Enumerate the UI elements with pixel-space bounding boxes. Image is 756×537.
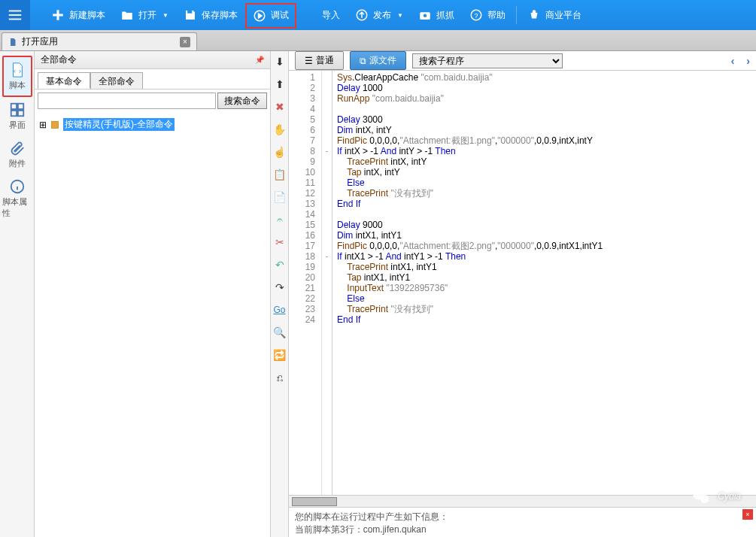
sidebar-ui-label: 界面	[9, 120, 26, 131]
expand-icon[interactable]: ⊞	[39, 120, 47, 130]
line-gutter: 123456789101112131415161718192021222324	[289, 71, 322, 495]
tree-root-label: 按键精灵(手机版)-全部命令	[63, 118, 175, 131]
chevron-down-icon: ▼	[397, 12, 403, 19]
sidebar-script[interactable]: 脚本	[2, 56, 32, 97]
close-console-button[interactable]: ×	[742, 509, 753, 520]
horizontal-scrollbar[interactable]	[289, 495, 756, 507]
tab-all-cmd[interactable]: 全部命令	[90, 72, 143, 89]
attach-icon	[9, 140, 26, 156]
svg-point-8	[424, 14, 427, 18]
tab-normal-label: 普通	[316, 54, 334, 67]
help-button[interactable]: ? 帮助	[462, 0, 513, 30]
save-button[interactable]: 保存脚本	[176, 0, 245, 30]
tab-basic-cmd[interactable]: 基本命令	[38, 72, 90, 89]
output-console: 您的脚本在运行过程中产生如下信息： 当前脚本第3行：com.jifen.quka…	[289, 507, 756, 537]
open-button[interactable]: 打开 ▼	[113, 0, 176, 30]
command-panel-title: 全部命令	[41, 53, 77, 66]
svg-rect-12	[17, 104, 23, 109]
script-icon	[9, 62, 26, 78]
tree-root-item[interactable]: ⊞ 按键精灵(手机版)-全部命令	[39, 117, 266, 132]
ui-icon	[9, 102, 26, 118]
svg-rect-16	[51, 121, 58, 128]
publish-button[interactable]: 发布 ▼	[348, 0, 411, 30]
format-icon[interactable]: ⎌	[274, 372, 286, 384]
document-tab[interactable]: 打开应用 ×	[2, 32, 197, 50]
capture-button[interactable]: 抓抓	[411, 0, 462, 30]
package-icon	[50, 120, 60, 130]
replace-icon[interactable]: 🔁	[274, 349, 286, 361]
sidebar-props[interactable]: 脚本属性	[2, 174, 32, 223]
delete-icon[interactable]: ✖	[274, 101, 286, 113]
save-label: 保存脚本	[202, 9, 238, 22]
goto-icon[interactable]: Go	[274, 304, 286, 316]
publish-label: 发布	[373, 9, 391, 22]
file-icon	[8, 38, 17, 47]
redo-icon[interactable]: ↷	[274, 281, 286, 293]
close-tab-button[interactable]: ×	[180, 37, 190, 47]
chevron-down-icon: ▼	[162, 12, 169, 19]
nav-next-button[interactable]: ›	[746, 55, 750, 67]
svg-rect-13	[11, 111, 16, 116]
list-icon: ☰	[305, 56, 313, 66]
debug-label: 调试	[271, 9, 289, 22]
svg-rect-11	[11, 104, 16, 109]
command-search: 搜索命令	[35, 89, 270, 112]
fold-gutter[interactable]: --	[322, 71, 332, 495]
search-subroutine-select[interactable]: 搜索子程序	[412, 53, 563, 68]
command-tabs: 基本命令 全部命令	[35, 69, 270, 89]
paste-icon[interactable]: 📄	[274, 191, 286, 203]
import-button[interactable]: 导入	[296, 0, 348, 30]
svg-text:?: ?	[474, 12, 478, 20]
sidebar-attach-label: 附件	[9, 158, 26, 169]
document-tabbar: 打开应用 ×	[0, 30, 756, 51]
nav-prev-button[interactable]: ‹	[731, 55, 735, 67]
console-line-2: 当前脚本第3行：com.jifen.qukan	[295, 523, 750, 536]
undo-icon[interactable]: ↶	[274, 259, 286, 271]
command-tree[interactable]: ⊞ 按键精灵(手机版)-全部命令	[35, 112, 270, 537]
editor-area: ⬇ ⬆ ✖ ✋ ☝ 📋 📄 𝄐 ✂ ↶ ↷ Go 🔍 🔁 ⎌ ☰ 普通 ⧉	[271, 51, 756, 537]
command-panel-header: 全部命令 📌	[35, 51, 270, 69]
svg-rect-14	[17, 111, 23, 116]
svg-rect-4	[53, 14, 63, 17]
debug-button[interactable]: 调试	[245, 3, 296, 29]
arrow-up-icon[interactable]: ⬆	[274, 78, 286, 90]
editor-nav: ‹ ›	[731, 55, 750, 67]
find-icon[interactable]: 🔍	[274, 326, 286, 338]
left-sidebar: 脚本 界面 附件 脚本属性	[0, 51, 35, 537]
menu-button[interactable]	[0, 0, 30, 30]
command-search-input[interactable]	[38, 93, 216, 109]
new-script-label: 新建脚本	[69, 9, 105, 22]
import-label: 导入	[322, 9, 340, 22]
svg-rect-2	[9, 19, 22, 20]
sidebar-ui[interactable]: 界面	[2, 97, 32, 135]
new-script-button[interactable]: 新建脚本	[44, 0, 113, 30]
link-icon[interactable]: 𝄐	[274, 214, 286, 226]
tab-normal-view[interactable]: ☰ 普通	[295, 51, 344, 70]
arrow-down-icon[interactable]: ⬇	[274, 56, 286, 68]
capture-label: 抓抓	[436, 9, 454, 22]
biz-button[interactable]: 商业平台	[520, 0, 589, 30]
console-line-1: 您的脚本在运行过程中产生如下信息：	[295, 511, 750, 523]
cut-icon[interactable]: ✂	[274, 236, 286, 248]
editor-vertical-toolbar: ⬇ ⬆ ✖ ✋ ☝ 📋 📄 𝄐 ✂ ↶ ↷ Go 🔍 🔁 ⎌	[271, 51, 289, 537]
code-editor[interactable]: 123456789101112131415161718192021222324 …	[289, 71, 756, 495]
hand-icon[interactable]: ✋	[274, 123, 286, 135]
main-toolbar: 新建脚本 打开 ▼ 保存脚本 调试 导入 发布 ▼ 抓抓 ? 帮助 商业平台	[0, 0, 756, 30]
open-label: 打开	[138, 9, 156, 22]
command-panel: 全部命令 📌 基本命令 全部命令 搜索命令 ⊞ 按键精灵(手机版)-全部命令	[35, 51, 271, 537]
pin-icon[interactable]: 📌	[255, 56, 264, 64]
code-text[interactable]: Sys.ClearAppCache "com.baidu.baijia"Dela…	[332, 71, 756, 495]
editor-topbar: ☰ 普通 ⧉ 源文件 搜索子程序 ‹ ›	[289, 51, 756, 71]
sidebar-script-label: 脚本	[9, 80, 26, 91]
scroll-thumb[interactable]	[292, 497, 337, 506]
tab-source-view[interactable]: ⧉ 源文件	[350, 51, 406, 70]
copy-icon[interactable]: 📋	[274, 168, 286, 181]
command-search-button[interactable]: 搜索命令	[217, 93, 267, 109]
sidebar-attach[interactable]: 附件	[2, 135, 32, 174]
pointer-icon[interactable]: ☝	[274, 146, 286, 158]
biz-label: 商业平台	[545, 9, 581, 22]
code-icon: ⧉	[360, 56, 366, 66]
svg-rect-1	[9, 14, 22, 16]
info-icon	[9, 178, 26, 195]
separator	[516, 6, 517, 24]
